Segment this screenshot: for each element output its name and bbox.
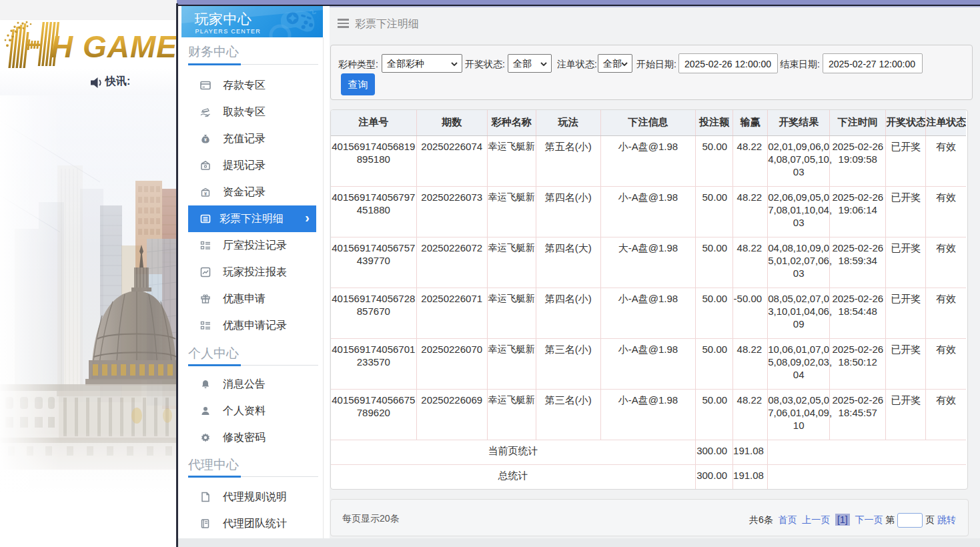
svg-text:H GAME: H GAME — [51, 29, 177, 64]
svg-text:¥: ¥ — [204, 191, 207, 197]
svg-text:¥: ¥ — [204, 137, 207, 142]
